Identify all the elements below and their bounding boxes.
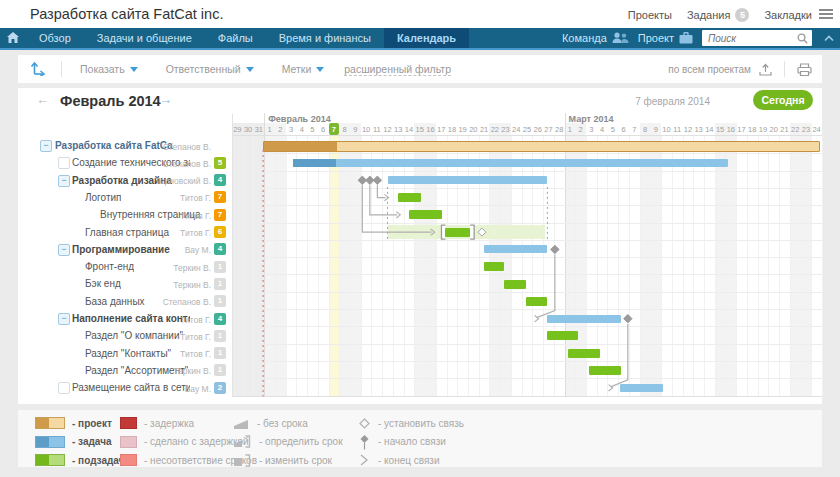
nav-tab-item[interactable]: Файлы (205, 28, 266, 48)
task-row[interactable]: Фронт-ендТеркин В.1 (18, 258, 232, 275)
nav-tab-item[interactable]: Обзор (26, 28, 84, 48)
legend-item: - изменить срок (233, 453, 332, 467)
collapse-toggle[interactable]: − (58, 244, 70, 256)
legend-item: - задержка (120, 416, 194, 430)
day-grid-line (479, 135, 480, 397)
gantt-bar-task[interactable] (293, 159, 727, 167)
gantt-bar-sub[interactable] (445, 228, 470, 237)
today-column (329, 135, 340, 397)
top-link[interactable]: Задания5 (687, 8, 749, 22)
gantt-bar-task[interactable] (388, 176, 548, 184)
task-badge: 5 (214, 157, 226, 169)
advanced-filter-link[interactable]: расширенный фильтр (344, 63, 451, 76)
row-separator (232, 292, 822, 293)
link-start-diamond (373, 176, 381, 184)
gantt-bar-task[interactable] (547, 315, 621, 323)
task-name: База данных (85, 296, 145, 307)
task-checkbox[interactable] (58, 157, 70, 169)
task-assignee: Титов Г. (180, 332, 211, 342)
connections-icon[interactable] (30, 60, 47, 78)
task-row[interactable]: −Разработка сайта FatCat iСтепанов В. (18, 137, 232, 154)
day-cell: 17 (736, 123, 747, 136)
task-row[interactable]: −Наполнение сайта контентомТитов Г.4 (18, 310, 232, 327)
day-grid-line (382, 135, 383, 397)
task-row[interactable]: Бэк ендТеркин В.1 (18, 275, 232, 292)
day-cell: 30 (243, 123, 254, 136)
collapse-toggle[interactable]: − (40, 140, 52, 152)
task-name: Фронт-енд (85, 261, 134, 272)
filter-dropdown[interactable]: Показать (80, 63, 138, 75)
nav-tab-active[interactable]: Календарь (384, 28, 469, 48)
filter-dropdown[interactable]: Ответственный (166, 63, 254, 75)
gantt-bar-sub[interactable] (484, 262, 504, 271)
day-grid-line (811, 135, 812, 397)
chevron-down-icon (130, 67, 138, 72)
change-deadline-icon (233, 454, 252, 467)
task-row[interactable]: Раздел "О компании"Титов Г.1 (18, 327, 232, 344)
print-icon[interactable] (797, 63, 812, 76)
gantt-bar-sub[interactable] (526, 297, 547, 306)
link-create-icon (358, 417, 371, 430)
gantt-bar-sub[interactable] (504, 280, 525, 289)
gantt-bar-sub[interactable] (409, 210, 442, 219)
search-input[interactable] (706, 32, 797, 45)
day-grid-line (715, 135, 716, 397)
task-row[interactable]: Главная страницаТитов Г.6 (18, 224, 232, 241)
task-row[interactable]: −ПрограммированиеВау М.4 (18, 241, 232, 258)
task-checkbox[interactable] (58, 382, 70, 394)
filter-dropdown[interactable]: Метки (282, 63, 325, 75)
row-separator (232, 326, 822, 327)
task-badge: 2 (214, 382, 226, 394)
day-cell: 21 (779, 123, 790, 136)
task-name: Программирование (72, 244, 170, 255)
calendar-card: ← Февраль 2014 → 7 февраля 2014 Сегодня … (18, 88, 822, 404)
nav-tab-item[interactable]: Время и финансы (266, 28, 384, 48)
row-separator (232, 378, 822, 379)
day-cell: 18 (747, 123, 758, 136)
task-badge: 1 (214, 364, 226, 376)
legend-label: - изменить срок (259, 455, 332, 466)
team-link[interactable]: Команда (562, 32, 629, 44)
task-row[interactable]: База данныхСтепанов В.1 (18, 293, 232, 310)
link-end-icon (358, 453, 371, 467)
day-grid-line (286, 135, 287, 397)
day-grid-line (683, 135, 684, 397)
task-row[interactable]: Раздел "Контакты"Титов Г.1 (18, 345, 232, 362)
collapse-toggle[interactable]: − (58, 313, 70, 325)
search-icon[interactable] (797, 33, 808, 44)
home-icon[interactable] (0, 32, 26, 45)
nav-tab-item[interactable]: Задачи и общение (84, 28, 205, 48)
day-grid-line (436, 135, 437, 397)
collapse-panel-button[interactable] (821, 32, 837, 44)
gantt-bar-task[interactable] (484, 245, 547, 253)
scope-selector[interactable]: по всем проектам (668, 64, 751, 75)
gantt-bar-sub[interactable] (398, 193, 421, 202)
export-icon[interactable] (759, 63, 772, 76)
day-grid-line (275, 135, 276, 397)
gantt-bar-sub[interactable] (589, 366, 621, 375)
gantt-bar-done-segment (293, 159, 336, 167)
project-link[interactable]: Проект (638, 32, 693, 44)
day-grid-line (618, 135, 619, 397)
gantt-bar-task[interactable] (620, 384, 663, 392)
top-link[interactable]: Закладки (764, 9, 812, 21)
link-start-diamond (624, 314, 632, 322)
task-row[interactable]: Раздел "Ассортимент"Теркин В.1 (18, 362, 232, 379)
top-link[interactable]: Проекты (628, 9, 672, 21)
legend-swatch (35, 454, 65, 466)
task-name: Логотип (85, 192, 121, 203)
task-badge: 1 (214, 347, 226, 359)
gantt-bar-sub[interactable] (547, 331, 578, 340)
task-row[interactable]: ЛоготипТитов Г.7 (18, 189, 232, 206)
legend-item: - подзадача (35, 453, 130, 467)
collapse-toggle[interactable]: − (58, 175, 70, 187)
task-row[interactable]: −Разработка дизайнаТерновский В.4 (18, 172, 232, 189)
task-row[interactable]: Размещение сайта в сетиВау М.2 (18, 379, 232, 396)
day-cell: 6 (318, 123, 329, 136)
legend-item: - конец связи (358, 453, 440, 467)
gantt-bar-project[interactable] (263, 141, 820, 152)
menu-icon[interactable] (819, 9, 833, 21)
gantt-bar-sub[interactable] (568, 349, 600, 358)
task-row[interactable]: Внутренняя страницаТитов Г.7 (18, 206, 232, 223)
task-row[interactable]: Создание технического задаСтепанов В.5 (18, 154, 232, 171)
